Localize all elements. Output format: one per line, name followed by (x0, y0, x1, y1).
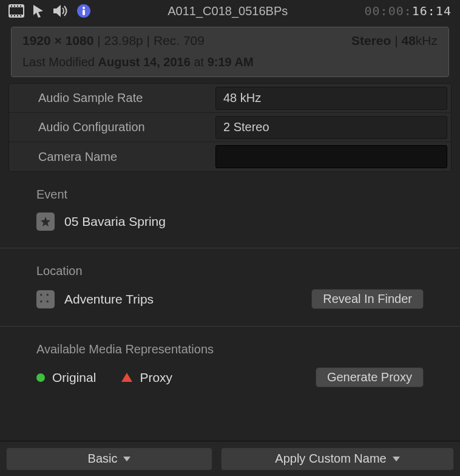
apply-custom-name-dropdown[interactable]: Apply Custom Name (221, 447, 454, 471)
video-tab-icon[interactable] (8, 4, 24, 18)
audio-tab-icon[interactable] (52, 4, 69, 18)
label-audio-sample-rate: Audio Sample Rate (9, 91, 215, 105)
prop-row-audio-configuration: Audio Configuration 2 Stereo (9, 113, 451, 142)
event-star-icon (36, 212, 55, 231)
inspector-header: A011_C018_0516BPs 00:00:16:14 (0, 0, 460, 23)
generate-proxy-button[interactable]: Generate Proxy (316, 367, 424, 387)
svg-rect-4 (14, 5, 15, 7)
summary-framerate: 23.98p (104, 33, 143, 47)
inspector-tabs (8, 4, 91, 18)
svg-rect-6 (20, 5, 21, 7)
reveal-in-finder-button[interactable]: Reveal In Finder (311, 289, 424, 309)
prop-row-camera-name: Camera Name (9, 142, 451, 171)
svg-rect-3 (11, 5, 12, 7)
media-section-label: Available Media Representations (36, 342, 424, 356)
properties-panel: Audio Sample Rate 48 kHz Audio Configura… (8, 83, 452, 172)
svg-rect-9 (17, 15, 18, 16)
event-section-label: Event (36, 188, 424, 202)
metadata-view-dropdown[interactable]: Basic (6, 447, 212, 471)
info-tab-icon[interactable] (76, 4, 91, 18)
input-camera-name[interactable] (215, 145, 447, 168)
status-missing-icon (121, 373, 132, 382)
modified-at: at (194, 55, 204, 69)
prop-row-audio-sample-rate: Audio Sample Rate 48 kHz (9, 84, 451, 113)
modified-time: 9:19 AM (208, 55, 254, 69)
location-section: Location Adventure Trips Reveal In Finde… (0, 248, 460, 327)
library-icon (36, 290, 55, 308)
location-row: Adventure Trips Reveal In Finder (36, 289, 424, 309)
svg-rect-8 (14, 15, 15, 16)
svg-point-12 (83, 7, 85, 9)
modified-prefix: Last Modified (22, 55, 95, 69)
media-representations-section: Available Media Representations Original… (0, 327, 460, 412)
timecode-live: 16:14 (412, 4, 452, 18)
summary-resolution: 1920 × 1080 (22, 33, 93, 47)
value-audio-sample-rate[interactable]: 48 kHz (215, 87, 447, 110)
svg-rect-7 (11, 15, 12, 16)
label-audio-configuration: Audio Configuration (9, 120, 215, 134)
location-section-label: Location (36, 264, 424, 278)
summary-format-row: 1920 × 1080 | 23.98p | Rec. 709 Stereo |… (22, 33, 438, 48)
label-camera-name: Camera Name (9, 150, 215, 164)
status-available-icon (36, 373, 45, 382)
media-original-label: Original (52, 370, 96, 385)
chevron-down-icon (123, 457, 130, 461)
metadata-view-label: Basic (88, 452, 118, 466)
summary-modified-row: Last Modified August 14, 2016 at 9:19 AM (22, 55, 438, 69)
cursor-tab-icon[interactable] (32, 4, 45, 18)
chevron-down-icon (393, 457, 400, 461)
timecode-display: 00:00:16:14 (365, 4, 452, 18)
event-row: 05 Bavaria Spring (36, 212, 424, 231)
svg-rect-13 (83, 10, 85, 15)
apply-custom-name-label: Apply Custom Name (275, 452, 386, 466)
summary-audio-rate: 48 (401, 33, 415, 47)
summary-audio-channels: Stereo (351, 33, 391, 47)
timecode-dim: 00:00: (365, 4, 412, 18)
location-name: Adventure Trips (64, 292, 154, 307)
media-row: Original Proxy Generate Proxy (36, 367, 424, 387)
summary-colorspace: Rec. 709 (154, 33, 205, 47)
summary-audio-unit: kHz (416, 33, 438, 47)
event-section: Event 05 Bavaria Spring (0, 172, 460, 248)
value-audio-configuration[interactable]: 2 Stereo (215, 116, 447, 139)
svg-rect-10 (20, 15, 21, 16)
modified-date: August 14, 2016 (98, 55, 191, 69)
media-proxy-label: Proxy (140, 370, 172, 385)
bottom-toolbar: Basic Apply Custom Name (0, 441, 460, 476)
clip-summary: 1920 × 1080 | 23.98p | Rec. 709 Stereo |… (11, 27, 449, 77)
clip-title: A011_C018_0516BPs (100, 4, 356, 18)
event-name: 05 Bavaria Spring (64, 214, 166, 229)
svg-rect-5 (17, 5, 18, 7)
